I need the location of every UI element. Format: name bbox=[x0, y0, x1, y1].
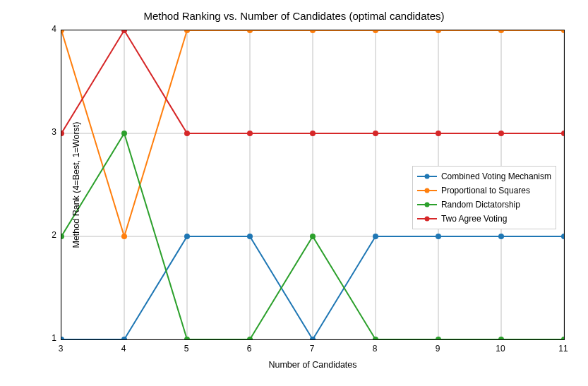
legend-item: Proportional to Squares bbox=[417, 183, 551, 198]
x-tick: 9 bbox=[427, 344, 448, 354]
series-point bbox=[373, 30, 378, 33]
x-tick: 4 bbox=[113, 344, 134, 354]
series-point bbox=[61, 131, 64, 136]
legend-label: Random Dictatorship bbox=[441, 200, 520, 210]
series-point bbox=[436, 337, 441, 339]
y-tick: 4 bbox=[40, 24, 56, 34]
legend-item: Random Dictatorship bbox=[417, 198, 551, 212]
series-point bbox=[310, 30, 316, 33]
series-point bbox=[247, 30, 253, 33]
series-point bbox=[561, 30, 564, 33]
x-tick: 8 bbox=[364, 344, 385, 354]
legend-label: Combined Voting Mechanism bbox=[441, 171, 551, 181]
x-tick: 11 bbox=[553, 344, 574, 354]
series-point bbox=[310, 131, 316, 136]
series-point bbox=[61, 234, 64, 239]
y-axis-label: Method Rank (4=Best, 1=Worst) bbox=[71, 121, 81, 248]
x-axis-label: Number of Candidates bbox=[61, 360, 565, 370]
y-tick: 1 bbox=[40, 333, 56, 343]
ranking-chart: Method Ranking vs. Number of Candidates … bbox=[0, 0, 588, 386]
series-point bbox=[436, 30, 441, 33]
legend-swatch bbox=[417, 186, 437, 195]
series-point bbox=[184, 234, 190, 239]
chart-title: Method Ranking vs. Number of Candidates … bbox=[0, 10, 588, 22]
legend: Combined Voting MechanismProportional to… bbox=[412, 166, 556, 229]
legend-label: Proportional to Squares bbox=[441, 186, 530, 195]
y-tick: 3 bbox=[40, 127, 56, 137]
series-point bbox=[373, 234, 378, 239]
series-point bbox=[498, 337, 504, 339]
series-point bbox=[184, 337, 190, 339]
series-point bbox=[121, 234, 127, 239]
series-point bbox=[498, 30, 504, 33]
y-tick: 2 bbox=[40, 230, 56, 240]
series-point bbox=[61, 30, 64, 33]
series-point bbox=[498, 131, 504, 136]
x-tick: 5 bbox=[176, 344, 197, 354]
legend-label: Two Agree Voting bbox=[441, 214, 507, 224]
series-point bbox=[436, 234, 441, 239]
x-tick: 6 bbox=[239, 344, 260, 354]
legend-item: Two Agree Voting bbox=[417, 212, 551, 226]
legend-item: Combined Voting Mechanism bbox=[417, 169, 551, 183]
x-tick: 7 bbox=[301, 344, 323, 354]
series-point bbox=[436, 131, 441, 136]
series-point bbox=[61, 337, 64, 339]
legend-swatch bbox=[417, 200, 437, 210]
x-tick: 10 bbox=[490, 344, 511, 354]
series-point bbox=[247, 234, 253, 239]
series-point bbox=[184, 131, 190, 136]
legend-swatch bbox=[417, 171, 437, 181]
series-point bbox=[561, 337, 564, 339]
x-tick: 3 bbox=[50, 344, 71, 354]
series-point bbox=[561, 131, 564, 136]
series-point bbox=[121, 131, 127, 136]
series-point bbox=[247, 131, 253, 136]
series-point bbox=[310, 234, 316, 239]
series-point bbox=[373, 131, 378, 136]
series-point bbox=[561, 234, 564, 239]
series-point bbox=[498, 234, 504, 239]
legend-swatch bbox=[417, 214, 437, 224]
series-point bbox=[184, 30, 190, 33]
